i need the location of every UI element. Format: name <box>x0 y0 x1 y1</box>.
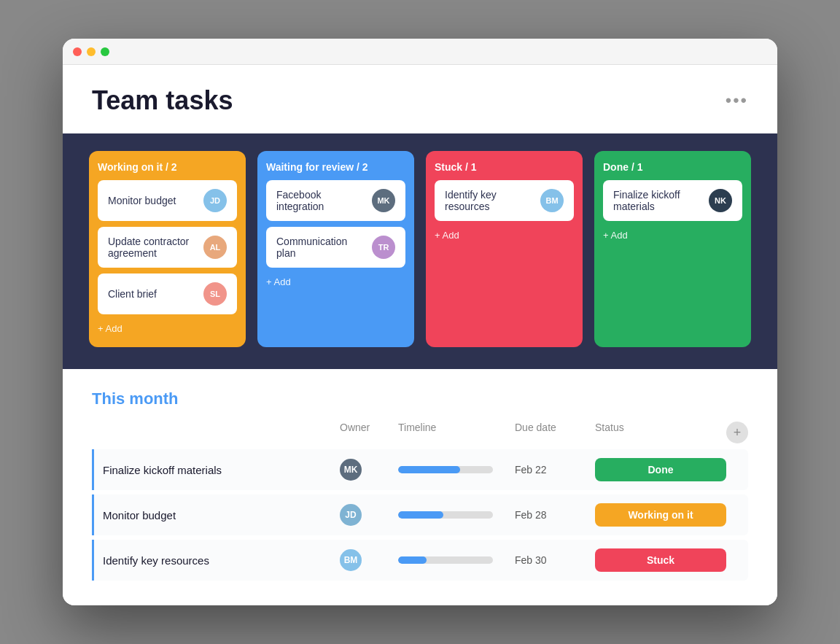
add-card-button-done[interactable]: + Add <box>603 227 742 244</box>
column-header-done: Done / 1 <box>603 161 742 173</box>
timeline-track <box>398 466 493 473</box>
card-identify-key-resources[interactable]: Identify key resources BM <box>435 180 574 221</box>
timeline-track <box>398 556 493 564</box>
avatar: JD <box>203 189 227 212</box>
owner-avatar: JD <box>340 504 362 526</box>
kanban-board: Working on it / 2 Monitor budget JD Upda… <box>63 133 777 369</box>
timeline-cell <box>398 511 515 519</box>
avatar: MK <box>372 189 395 212</box>
section-title: This month <box>92 389 748 408</box>
list-row[interactable]: Identify key resources BM Feb 30 Stuck <box>92 540 748 581</box>
timeline-fill <box>398 556 427 564</box>
timeline-cell <box>398 556 515 564</box>
card-finalize-kickoff[interactable]: Finalize kickoff materials NK <box>603 180 742 221</box>
status-badge: Done <box>595 458 726 481</box>
card-text: Finalize kickoff materials <box>613 189 703 212</box>
avatar: BM <box>540 189 564 212</box>
column-waiting-for-review: Waiting for review / 2 Facebook integrat… <box>257 151 414 347</box>
card-text: Monitor budget <box>108 195 198 206</box>
column-done: Done / 1 Finalize kickoff materials NK +… <box>594 151 751 347</box>
task-name: Finalize kickoff materials <box>103 464 340 476</box>
due-date: Feb 28 <box>515 509 595 521</box>
status-badge: Working on it <box>595 503 726 527</box>
column-header-working-on-it: Working on it / 2 <box>98 161 237 173</box>
column-header-waiting: Waiting for review / 2 <box>266 161 405 173</box>
avatar: SL <box>203 282 227 306</box>
add-card-button-waiting[interactable]: + Add <box>266 273 405 290</box>
card-communication-plan[interactable]: Communication plan TR <box>266 227 405 268</box>
card-text: Client brief <box>108 288 198 300</box>
status-badge: Stuck <box>595 548 726 572</box>
col-header-status: Status <box>595 422 726 443</box>
more-button[interactable]: ••• <box>726 90 748 111</box>
page-title: Team tasks <box>92 85 233 116</box>
add-column-button[interactable]: + <box>726 422 748 443</box>
card-text: Update contractor agreement <box>108 236 198 259</box>
add-card-button-stuck[interactable]: + Add <box>435 227 574 244</box>
add-card-button-working[interactable]: + Add <box>98 320 237 337</box>
card-monitor-budget[interactable]: Monitor budget JD <box>98 180 237 221</box>
due-date: Feb 22 <box>515 464 595 476</box>
timeline-fill <box>398 466 460 473</box>
timeline-fill <box>398 511 443 519</box>
minimize-dot <box>87 47 96 56</box>
task-name: Monitor budget <box>103 509 340 521</box>
avatar: TR <box>372 236 395 259</box>
avatar: AL <box>203 236 227 259</box>
list-row[interactable]: Monitor budget JD Feb 28 Working on it <box>92 494 748 535</box>
list-header: Owner Timeline Due date Status + <box>92 422 748 449</box>
list-row[interactable]: Finalize kickoff materials MK Feb 22 Don… <box>92 449 748 490</box>
app-window: Team tasks ••• Working on it / 2 Monitor… <box>63 39 777 605</box>
page-header: Team tasks ••• <box>63 65 777 133</box>
owner-cell: MK <box>340 459 398 481</box>
columns-container: Working on it / 2 Monitor budget JD Upda… <box>89 151 751 347</box>
owner-cell: BM <box>340 549 398 571</box>
col-header-task <box>101 422 340 443</box>
column-working-on-it: Working on it / 2 Monitor budget JD Upda… <box>89 151 246 347</box>
expand-dot <box>101 47 109 56</box>
card-update-contractor[interactable]: Update contractor agreement AL <box>98 227 237 268</box>
task-name: Identify key resources <box>103 554 340 567</box>
avatar: NK <box>709 189 732 212</box>
close-dot <box>73 47 82 56</box>
timeline-track <box>398 511 493 519</box>
card-text: Communication plan <box>276 236 366 259</box>
titlebar <box>63 39 777 65</box>
owner-avatar: BM <box>340 549 362 571</box>
col-header-timeline: Timeline <box>398 422 515 443</box>
col-header-due-date: Due date <box>515 422 595 443</box>
col-header-owner: Owner <box>340 422 398 443</box>
timeline-cell <box>398 466 515 473</box>
owner-avatar: MK <box>340 459 362 481</box>
card-facebook-integration[interactable]: Facebook integration MK <box>266 180 405 221</box>
card-text: Identify key resources <box>445 189 534 212</box>
owner-cell: JD <box>340 504 398 526</box>
column-stuck: Stuck / 1 Identify key resources BM + Ad… <box>426 151 583 347</box>
card-client-brief[interactable]: Client brief SL <box>98 273 237 314</box>
due-date: Feb 30 <box>515 554 595 566</box>
column-header-stuck: Stuck / 1 <box>435 161 574 173</box>
list-section: This month Owner Timeline Due date Statu… <box>63 369 777 605</box>
card-text: Facebook integration <box>276 189 366 212</box>
